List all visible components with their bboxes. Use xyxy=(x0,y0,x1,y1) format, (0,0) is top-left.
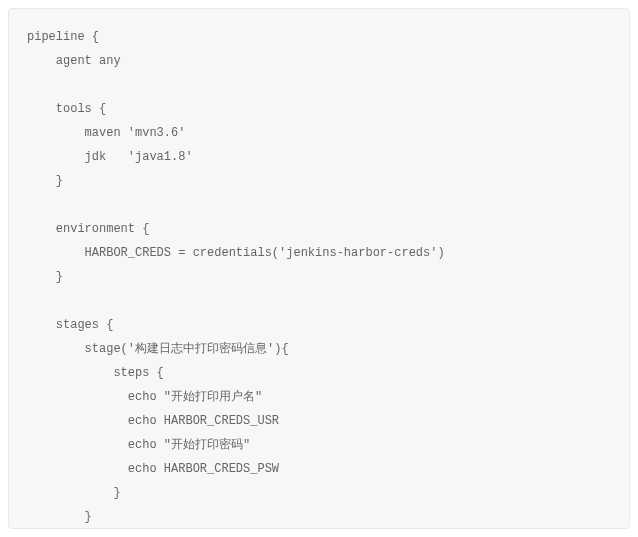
code-block: pipeline { agent any tools { maven 'mvn3… xyxy=(8,8,630,529)
code-content: pipeline { agent any tools { maven 'mvn3… xyxy=(27,25,611,529)
